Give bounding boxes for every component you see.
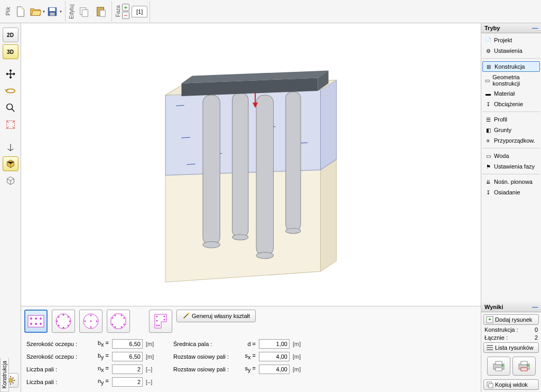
- svg-point-74: [164, 319, 165, 321]
- svg-point-64: [121, 315, 123, 316]
- svg-point-44: [30, 323, 32, 325]
- tree-item-grunty[interactable]: ◧Grunty: [482, 125, 540, 135]
- vertical-tab-construction[interactable]: Konstrukcja: [0, 358, 9, 392]
- svg-rect-81: [487, 345, 493, 346]
- tree-item-label: Osiadanie: [494, 189, 520, 195]
- param-symbol: sy =: [240, 365, 256, 373]
- save-file-button[interactable]: ▼: [46, 3, 63, 20]
- rotate-tool[interactable]: [3, 83, 18, 98]
- shape-row: Generuj własny kształt: [24, 310, 478, 333]
- open-file-button[interactable]: ▼: [29, 3, 46, 20]
- bottom-panel: Generuj własny kształt Szerokość oczepu …: [21, 306, 481, 392]
- shape-circle-8-button[interactable]: [79, 310, 102, 333]
- col2-input-2[interactable]: [259, 365, 290, 374]
- edit-group-label: Edytuj: [68, 4, 76, 19]
- viewport-3d[interactable]: [21, 23, 481, 306]
- tree-item-woda[interactable]: ▭Woda: [482, 151, 540, 161]
- svg-point-69: [112, 324, 114, 325]
- box-solid-tool[interactable]: [3, 156, 18, 171]
- phase-controls: + −: [122, 4, 129, 19]
- param-col-1: Szerokość oczepu :bx =[m]Szerokość oczep…: [26, 339, 157, 387]
- svg-point-65: [124, 318, 125, 319]
- shape-custom-button[interactable]: [149, 310, 172, 333]
- svg-point-73: [164, 316, 165, 318]
- shape-circ12-icon: [54, 312, 72, 330]
- add-drawing-button[interactable]: + Dodaj rysunek: [483, 314, 539, 325]
- tree-icon: ⇊: [484, 178, 492, 185]
- svg-point-55: [58, 316, 60, 318]
- col1-input-1[interactable]: [112, 352, 143, 361]
- param-symbol: d =: [240, 341, 256, 347]
- tree-item-nonpionowa[interactable]: ⇊Nośn. pionowa: [482, 177, 540, 186]
- col1-input-3[interactable]: [112, 377, 143, 387]
- generate-shape-button[interactable]: Generuj własny kształt: [176, 310, 256, 322]
- col2-input-0[interactable]: [259, 339, 290, 349]
- col1-input-0[interactable]: [112, 339, 143, 349]
- phase-remove-button[interactable]: −: [122, 12, 129, 19]
- view-3d-button[interactable]: 3D: [3, 44, 18, 59]
- svg-point-76: [156, 325, 158, 326]
- list-drawings-button[interactable]: Lista rysunków: [483, 342, 539, 353]
- tree-item-materia[interactable]: ▬Materiał: [482, 89, 540, 98]
- phase-tab-1[interactable]: [1]: [132, 6, 147, 17]
- copy-button[interactable]: [76, 3, 92, 20]
- paste-button[interactable]: [92, 3, 109, 20]
- tree-item-przyporzdkow[interactable]: ≡Przyporządkow.: [482, 136, 540, 145]
- tree-item-profil[interactable]: ☰Profil: [482, 115, 540, 124]
- print-button-2[interactable]: [512, 357, 536, 376]
- tree-icon: ⊞: [485, 63, 492, 70]
- modes-header: Tryby —: [481, 23, 541, 33]
- svg-rect-93: [489, 384, 493, 388]
- tree-item-osiadanie[interactable]: ↧Osiadanie: [482, 188, 540, 197]
- open-folder-icon: [30, 6, 41, 17]
- svg-point-50: [69, 321, 71, 322]
- svg-rect-29: [256, 95, 273, 255]
- tree-icon: ↧: [484, 189, 492, 196]
- fit-view-tool[interactable]: [3, 117, 18, 132]
- param-label: Średnica pala :: [173, 341, 237, 347]
- copy-view-button[interactable]: Kopiuj widok: [483, 379, 539, 390]
- param-row: Rozstaw osiowy pali :sy =[m]: [173, 365, 304, 374]
- shape-circle-12-button[interactable]: [52, 310, 75, 333]
- result-construction-row: Konstrukcja : 0: [483, 326, 539, 333]
- axis-tool[interactable]: [3, 139, 18, 154]
- param-row: Szerokość oczepu :bx =[m]: [26, 339, 157, 349]
- col1-input-2[interactable]: [112, 365, 143, 374]
- svg-point-49: [68, 316, 69, 318]
- param-unit: [m]: [293, 341, 304, 347]
- svg-point-59: [90, 326, 92, 328]
- tree-item-ustawieniafazy[interactable]: ⚑Ustawienia fazy: [482, 162, 540, 171]
- tree-item-konstrukcja[interactable]: ⊞Konstrukcja: [482, 61, 540, 72]
- move-tool[interactable]: [3, 67, 18, 81]
- view-2d-button[interactable]: 2D: [3, 27, 18, 42]
- new-file-button[interactable]: [12, 3, 29, 20]
- tree-item-geometriakonstrukcji[interactable]: ▭Geometria konstrukcji: [482, 73, 540, 88]
- shape-rect-button[interactable]: [24, 310, 48, 333]
- svg-point-7: [6, 89, 15, 92]
- tree-item-projekt[interactable]: 📄Projekt: [482, 35, 540, 45]
- shape-octagon-button[interactable]: [107, 310, 130, 333]
- tree-item-ustawienia[interactable]: ⚙Ustawienia: [482, 46, 540, 55]
- phase-add-button[interactable]: +: [122, 4, 129, 11]
- svg-point-67: [121, 326, 123, 328]
- svg-point-61: [90, 321, 92, 322]
- tree-item-label: Nośn. pionowa: [494, 179, 533, 185]
- result-construction-value: 0: [535, 326, 538, 333]
- tree-item-obcienie[interactable]: ↧Obciążenie: [482, 99, 540, 109]
- svg-point-78: [188, 313, 190, 315]
- collapse-modes-button[interactable]: —: [532, 25, 538, 31]
- col2-input-1[interactable]: [259, 352, 290, 361]
- svg-point-53: [58, 325, 60, 326]
- zoom-tool[interactable]: [3, 100, 18, 115]
- param-label: Liczba pali :: [26, 366, 90, 372]
- collapse-results-button[interactable]: —: [532, 304, 538, 310]
- svg-point-54: [57, 321, 58, 322]
- svg-point-41: [30, 318, 32, 320]
- print-button-1[interactable]: [487, 357, 510, 376]
- top-toolbar: Plik ▼ ▼ Edytuj Faza + − [1]: [0, 0, 541, 23]
- copy-view-label: Kopiuj widok: [495, 381, 528, 388]
- param-symbol: sx =: [240, 352, 256, 360]
- box-wire-tool[interactable]: [3, 173, 18, 188]
- save-icon: [46, 6, 58, 17]
- svg-point-47: [56, 314, 71, 329]
